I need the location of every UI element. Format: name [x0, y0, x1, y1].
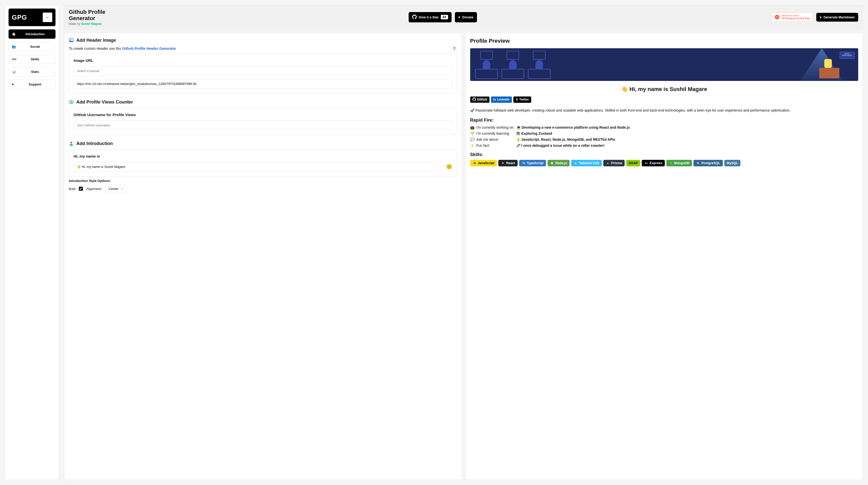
eye-icon	[69, 99, 74, 104]
sidebar-item-label: Introduction	[18, 32, 52, 36]
person-icon	[69, 141, 74, 146]
skill-label: Prisma	[611, 161, 622, 165]
author-link[interactable]: Sushil Magare	[81, 22, 101, 26]
section-header: Add Profile Views Counter	[69, 99, 457, 105]
ph-big: #5 Product of the Day	[782, 17, 810, 20]
svg-point-3	[70, 142, 72, 144]
rf-answer: 📚 Exploring Zustand	[516, 131, 859, 135]
skill-badge-mysql: MySQL	[724, 160, 741, 166]
github-icon	[472, 97, 476, 102]
github-username-input[interactable]	[73, 120, 452, 130]
rapid-fire-item: ⚡ Fun fact: 🎢 I once debugged a issue wh…	[470, 144, 859, 148]
skill-label: Node.js	[555, 161, 567, 165]
users-icon: 👥	[12, 45, 15, 49]
skill-badge-tw: ≋Tailwind CSS	[571, 160, 602, 166]
skill-badge-gsap: GSAP	[626, 160, 641, 166]
help-row: To create custom Header use this Github …	[69, 46, 457, 51]
markdown-icon: ▾	[820, 15, 822, 19]
sidebar-item-label: Support	[18, 83, 52, 86]
alignment-label: Alignment:	[86, 187, 102, 191]
svg-point-2	[71, 101, 72, 103]
sidebar-item-introduction[interactable]: 🏠 Introduction	[8, 29, 56, 39]
image-url-card: Image URL	[69, 54, 457, 93]
github-icon	[412, 14, 417, 20]
donate-button[interactable]: ♥ Donate	[455, 12, 477, 22]
bold-label: Bold	[69, 187, 75, 191]
badge-label: Twitter	[519, 98, 529, 101]
product-hunt-badge[interactable]: 5 PRODUCT HUNT #5 Product of the Day	[772, 12, 813, 22]
rf-answer: 💡 JavaScript, React, Node.js, MongoDB, a…	[516, 138, 859, 142]
banner-sign: HACK BENCHERS	[840, 52, 855, 59]
section-header: Add Header Image	[69, 38, 457, 43]
rf-answer: 🎢 I once debugged a issue while on a rol…	[516, 144, 859, 148]
star-label: Give it a Star	[419, 15, 438, 19]
rf-answer: 💻 Developing a new e-commerce platform u…	[516, 125, 858, 129]
image-url-input[interactable]	[73, 79, 452, 89]
generate-markdown-button[interactable]: ▾ Generate Markdown	[816, 13, 858, 22]
code-icon: </>	[12, 57, 15, 61]
section-title: Add Profile Views Counter	[76, 99, 133, 105]
linkedin-badge[interactable]: in LinkedIn	[491, 96, 512, 103]
preview-title: Profile Preview	[470, 38, 859, 44]
badge-label: LinkedIn	[497, 98, 509, 101]
app-title: Github Profile Generator	[69, 9, 114, 22]
back-button[interactable]: ←	[43, 12, 52, 22]
made-by-prefix: Made by	[69, 22, 81, 26]
badge-label: GitHub	[477, 98, 487, 101]
rapid-fire-item: 💬 Ask me about: 💡 JavaScript, React, Nod…	[470, 138, 859, 142]
sidebar-nav: 🏠 Introduction 👥 Social </> Skills 📊 Sta…	[8, 29, 56, 89]
linkedin-icon: in	[493, 98, 496, 101]
node-icon: ⬢	[550, 161, 554, 165]
top-right: 5 PRODUCT HUNT #5 Product of the Day ▾ G…	[772, 12, 858, 22]
rapid-fire-list: 💼 I'm currently working on: 💻 Developing…	[470, 125, 859, 148]
heart-icon: ♥	[12, 83, 15, 86]
sidebar-item-stats[interactable]: 📊 Stats	[8, 67, 56, 77]
twitter-icon: 𝕏	[516, 98, 518, 101]
skill-label: Tailwind CSS	[579, 161, 599, 165]
logo-row: GPG ←	[8, 8, 56, 26]
skill-label: TypeScript	[527, 161, 544, 165]
rf-emoji: ⚡	[470, 144, 474, 148]
rf-label: Fun fact:	[476, 144, 514, 148]
intro-input-row: 🙂	[73, 162, 452, 172]
social-badges: GitHub in LinkedIn 𝕏 Twitter	[470, 96, 859, 103]
star-button[interactable]: Give it a Star 84	[409, 12, 452, 22]
help-text: To create custom Header use this Github …	[69, 47, 176, 51]
header-generator-link[interactable]: Github Profile Header Generator	[122, 47, 176, 51]
skill-label: PostgreSQL	[701, 161, 720, 165]
title-block: Github Profile Generator Made by Sushil …	[69, 9, 114, 26]
skill-badge-express: exExpress	[642, 160, 665, 166]
skill-label: Express	[650, 161, 662, 165]
rf-label: I'm currently working on:	[476, 125, 515, 129]
topbar: Github Profile Generator Made by Sushil …	[64, 5, 863, 29]
emoji-picker-button[interactable]: 🙂	[446, 163, 452, 170]
twitter-badge[interactable]: 𝕏 Twitter	[514, 96, 531, 103]
username-card: GitHub Username for Profile Views	[69, 108, 457, 135]
made-by: Made by Sushil Magare	[69, 22, 114, 26]
alignment-select[interactable]: Center	[105, 185, 126, 193]
banner-select-input[interactable]	[73, 66, 452, 76]
skill-label: MySQL	[727, 161, 738, 165]
react-icon: ⚛	[501, 161, 505, 165]
skill-label: MongoDB	[674, 161, 689, 165]
mongo-icon: 🍃	[669, 161, 673, 165]
sidebar-item-support[interactable]: ♥ Support	[8, 80, 56, 89]
skills-row: JSJavaScript⚛ReactTSTypeScript⬢Node.js≋T…	[470, 160, 859, 166]
help-icon[interactable]: ?	[452, 46, 457, 51]
github-badge[interactable]: GitHub	[470, 96, 490, 103]
sidebar-item-skills[interactable]: </> Skills	[8, 55, 56, 64]
preview-column: Profile Preview HACK BENCHERS 👋 Hi,	[465, 33, 863, 480]
intro-input[interactable]	[73, 162, 443, 172]
skill-label: React	[506, 161, 515, 165]
style-options: Introduction Style Options: Bold Alignme…	[69, 179, 457, 193]
ph-small: PRODUCT HUNT	[782, 14, 810, 17]
sidebar-item-social[interactable]: 👥 Social	[8, 42, 56, 51]
generate-label: Generate Markdown	[824, 15, 855, 19]
card-title: Image URL	[73, 58, 452, 63]
form-column: Add Header Image To create custom Header…	[64, 33, 462, 480]
js-icon: JS	[473, 161, 477, 165]
pg-icon: 🐘	[696, 161, 700, 165]
sidebar-item-label: Stats	[18, 70, 52, 73]
bold-checkbox[interactable]	[79, 187, 83, 191]
rapid-fire-item: 💼 I'm currently working on: 💻 Developing…	[470, 125, 859, 129]
